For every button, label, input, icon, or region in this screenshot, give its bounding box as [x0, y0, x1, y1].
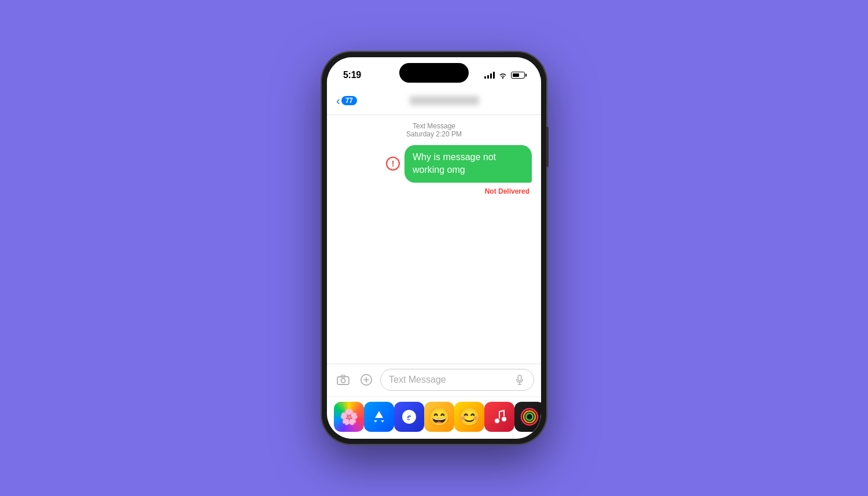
- back-button[interactable]: ‹ 77: [336, 95, 357, 106]
- dock-icon-shazam[interactable]: [394, 402, 424, 432]
- timestamp-label: Text Message Saturday 2:20 PM: [336, 122, 532, 138]
- delivery-status: Not Delivered: [336, 187, 532, 195]
- back-chevron-icon: ‹: [336, 95, 340, 106]
- mic-button[interactable]: [513, 373, 527, 387]
- dock: 🌸 😄 😊: [327, 397, 541, 439]
- svg-point-7: [495, 419, 499, 423]
- status-time: 5:19: [343, 70, 361, 80]
- message-date-label: Saturday 2:20 PM: [336, 130, 532, 138]
- status-bar: 5:19: [327, 57, 541, 87]
- text-input-container[interactable]: Text Message: [380, 369, 534, 391]
- dynamic-island: [399, 63, 469, 83]
- phone-screen: 5:19 ‹ 77: [327, 57, 541, 439]
- error-icon[interactable]: !: [386, 157, 400, 171]
- svg-rect-2: [341, 375, 345, 377]
- dock-icon-music[interactable]: [484, 402, 514, 432]
- svg-point-11: [526, 413, 533, 420]
- svg-point-8: [502, 417, 506, 421]
- camera-button[interactable]: [334, 371, 352, 389]
- battery-icon: [511, 72, 525, 79]
- svg-rect-0: [337, 377, 349, 385]
- dock-icon-bitmoji1[interactable]: 😄: [424, 402, 454, 432]
- svg-rect-4: [518, 375, 521, 381]
- text-input-placeholder: Text Message: [389, 375, 513, 385]
- contact-name-blurred: [410, 96, 479, 105]
- message-type-label: Text Message: [336, 122, 532, 130]
- phone-wrapper: 5:19 ‹ 77: [321, 51, 547, 445]
- back-badge: 77: [341, 96, 357, 105]
- wifi-icon: [498, 72, 507, 79]
- signal-icon: [484, 72, 495, 79]
- messages-area: Text Message Saturday 2:20 PM ! Why is m…: [327, 115, 541, 364]
- nav-header: ‹ 77: [327, 87, 541, 115]
- dock-icon-appstore[interactable]: [364, 402, 394, 432]
- apps-button[interactable]: [357, 371, 376, 389]
- dock-icon-photos[interactable]: 🌸: [334, 402, 364, 432]
- input-area: Text Message: [327, 364, 541, 397]
- sent-bubble: Why is message not working omg: [404, 145, 532, 183]
- dock-icon-bitmoji2[interactable]: 😊: [454, 402, 484, 432]
- status-icons: [484, 72, 525, 79]
- message-row-sent: ! Why is message not working omg: [336, 145, 532, 183]
- contact-name-area: [357, 96, 532, 105]
- svg-point-1: [341, 379, 345, 383]
